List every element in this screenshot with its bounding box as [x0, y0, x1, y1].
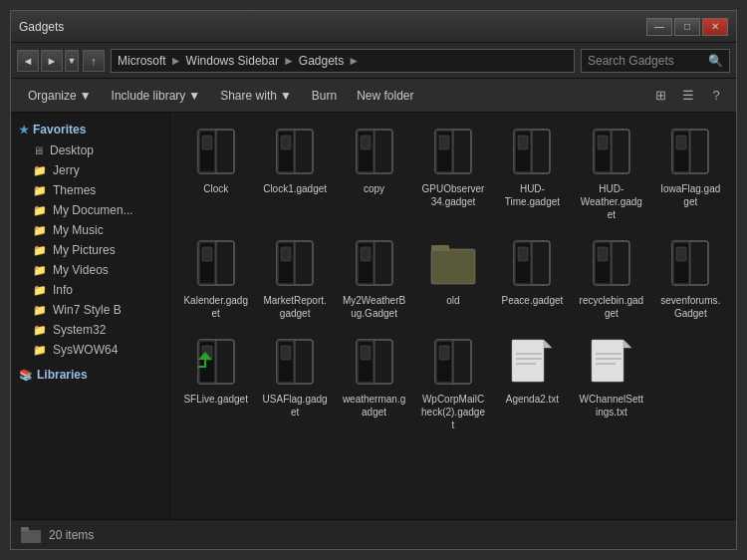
sidebar-item-mydocuments[interactable]: 📁 My Documen...: [11, 200, 169, 220]
sidebar-item-system32[interactable]: 📁 System32: [11, 320, 169, 340]
forward-button[interactable]: ►: [41, 50, 63, 72]
file-label: Clock: [203, 182, 228, 195]
file-item[interactable]: Kalender.gadget: [180, 234, 251, 325]
status-bar: 20 items: [11, 519, 736, 549]
file-icon: [271, 338, 319, 390]
include-library-label: Include library: [112, 89, 186, 103]
search-placeholder: Search Gadgets: [588, 54, 708, 68]
file-item[interactable]: Agenda2.txt: [497, 333, 568, 411]
file-label: GPUObserver34.gadget: [420, 182, 485, 208]
svg-rect-5: [202, 136, 212, 149]
sidebar-item-syswow64[interactable]: 📁 SysWOW64: [11, 340, 169, 360]
include-library-dropdown-icon: ▼: [188, 89, 200, 103]
svg-rect-111: [592, 340, 623, 382]
breadcrumb-part-3: Gadgets: [299, 54, 344, 68]
search-box[interactable]: Search Gadgets 🔍: [581, 49, 730, 73]
svg-rect-29: [518, 136, 528, 149]
breadcrumb[interactable]: Microsoft ► Windows Sidebar ► Gadgets ►: [111, 49, 575, 73]
file-item[interactable]: My2WeatherBug.Gadget: [339, 234, 409, 325]
address-bar: ◄ ► ▼ ↑ Microsoft ► Windows Sidebar ► Ga…: [11, 43, 736, 79]
svg-rect-59: [361, 247, 371, 261]
file-item[interactable]: old: [417, 234, 488, 312]
toolbar-right: ⊞ ☰ ?: [648, 84, 728, 108]
file-icon: [588, 128, 635, 179]
file-item[interactable]: sevenforums.Gadget: [655, 234, 726, 325]
file-label: WpCorpMailCheck(2).gadget: [420, 393, 485, 431]
nav-buttons: ◄ ► ▼ ↑: [17, 50, 105, 72]
burn-button[interactable]: Burn: [303, 83, 346, 109]
file-item[interactable]: Peace.gadget: [497, 234, 568, 312]
view-grid-button[interactable]: ⊞: [648, 84, 672, 108]
folder-icon-10: 📁: [33, 344, 47, 357]
sidebar-item-win7style[interactable]: 📁 Win7 Style B: [11, 300, 169, 320]
folder-icon-3: 📁: [33, 204, 47, 217]
title-bar: Gadgets — □ ✕: [11, 11, 736, 43]
file-item[interactable]: copy: [339, 123, 409, 200]
file-item[interactable]: WChannelSettings.txt: [576, 333, 646, 423]
include-library-button[interactable]: Include library ▼: [103, 83, 210, 109]
help-button[interactable]: ?: [704, 84, 728, 108]
minimize-button[interactable]: —: [646, 18, 672, 36]
svg-rect-67: [518, 247, 528, 261]
file-item[interactable]: HUD-Time.gadget: [497, 123, 568, 213]
sidebar-item-info[interactable]: 📁 Info: [11, 280, 169, 300]
new-folder-button[interactable]: New folder: [348, 83, 422, 109]
svg-rect-47: [202, 247, 212, 261]
breadcrumb-part-2: Windows Sidebar: [186, 54, 279, 68]
file-label: sevenforums.Gadget: [658, 294, 723, 320]
file-label: SFLive.gadget: [183, 393, 248, 406]
folder-icon-6: 📁: [33, 264, 47, 277]
folder-icon-2: 📁: [33, 184, 47, 197]
file-item[interactable]: HUD-Weather.gadget: [576, 123, 646, 226]
favorites-section: ★ Favorites 🖥 Desktop 📁 Jerry 📁 Themes 📁: [11, 119, 169, 360]
svg-rect-73: [598, 247, 608, 261]
file-label: Clock1.gadget: [263, 182, 327, 195]
file-label: Peace.gadget: [502, 294, 564, 307]
file-item[interactable]: weatherman.gadget: [339, 333, 409, 423]
file-label: copy: [364, 182, 384, 195]
file-label: My2WeatherBug.Gadget: [342, 294, 406, 320]
favorites-label: Favorites: [33, 123, 86, 137]
file-icon: [429, 239, 477, 291]
libraries-header[interactable]: 📚 Libraries: [11, 364, 169, 386]
svg-rect-11: [281, 136, 291, 149]
organize-button[interactable]: Organize ▼: [19, 83, 101, 109]
file-item[interactable]: recyclebin.gadget: [576, 234, 646, 325]
file-item[interactable]: WpCorpMailCheck(2).gadget: [417, 333, 488, 436]
sidebar-item-myvideos[interactable]: 📁 My Videos: [11, 260, 169, 280]
view-list-button[interactable]: ☰: [676, 84, 700, 108]
file-item[interactable]: IowaFlag.gadget: [655, 123, 726, 213]
svg-rect-17: [361, 136, 371, 149]
libraries-folder-icon: 📚: [19, 369, 33, 382]
file-icon: [351, 239, 398, 291]
file-icon: [666, 128, 714, 179]
file-item[interactable]: Clock1.gadget: [259, 123, 330, 200]
sidebar-item-desktop[interactable]: 🖥 Desktop: [11, 140, 169, 160]
file-icon: [192, 338, 240, 390]
file-item[interactable]: Clock: [180, 123, 251, 200]
share-with-button[interactable]: Share with ▼: [211, 83, 301, 109]
svg-rect-41: [676, 136, 686, 149]
file-label: HUD-Time.gadget: [500, 182, 565, 208]
back-button[interactable]: ◄: [17, 50, 39, 72]
file-icon: [588, 338, 635, 390]
close-button[interactable]: ✕: [702, 18, 728, 36]
file-item[interactable]: MarketReport.gadget: [259, 234, 330, 325]
sidebar-item-mypictures[interactable]: 📁 My Pictures: [11, 240, 169, 260]
sidebar-item-jerry[interactable]: 📁 Jerry: [11, 160, 169, 180]
favorites-header[interactable]: ★ Favorites: [11, 119, 169, 140]
nav-dropdown-button[interactable]: ▼: [65, 50, 79, 72]
up-button[interactable]: ↑: [83, 50, 105, 72]
sidebar-item-themes[interactable]: 📁 Themes: [11, 180, 169, 200]
svg-rect-35: [598, 136, 608, 149]
sidebar-item-mymusic[interactable]: 📁 My Music: [11, 220, 169, 240]
file-item[interactable]: GPUObserver34.gadget: [417, 123, 488, 213]
new-folder-label: New folder: [357, 89, 413, 103]
file-label: weatherman.gadget: [342, 393, 406, 419]
file-label: IowaFlag.gadget: [658, 182, 723, 208]
maximize-button[interactable]: □: [674, 18, 700, 36]
file-item[interactable]: SFLive.gadget: [180, 333, 251, 411]
file-label: old: [446, 294, 459, 307]
svg-rect-117: [21, 530, 41, 543]
file-item[interactable]: USAFlag.gadget: [259, 333, 330, 423]
